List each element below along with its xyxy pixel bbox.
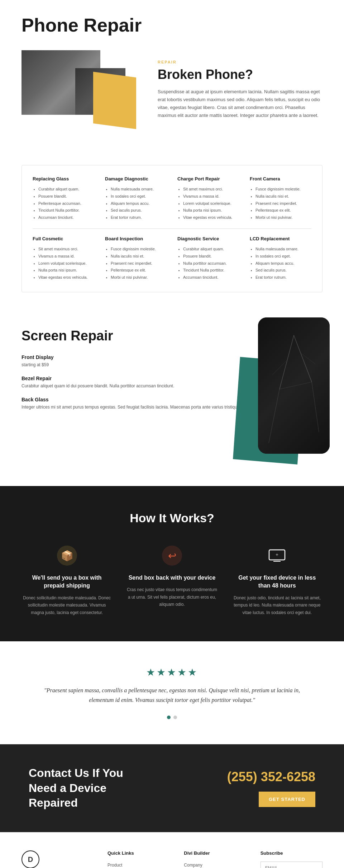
list-item: Accumsan tincidunt. [38,214,94,221]
services-row-2: Full CosmeticSit amet maximus orci.Vivam… [33,236,311,281]
footer-brand: D (255) 352-6258 support@diviphonerepair… [22,850,93,868]
device-icon: + [266,545,288,566]
dot-1[interactable] [167,716,171,719]
hero-text: REPAIR Broken Phone? Suspendisse at augu… [158,60,322,119]
service-item: Replacing GlassCurabitur aliquet quam.Po… [33,176,94,221]
list-item: Company [184,862,246,868]
footer-link[interactable]: Product [108,863,122,868]
list-item: Fusce dignissim molestie. [255,186,311,193]
svg-line-5 [272,360,287,375]
contact-title: Contact Us If You Need a Device Repaired [29,766,136,811]
list-item: Pellentesque accumsan. [38,200,94,207]
service-title: Diagnostic Service [177,236,239,241]
list-item: Nulla porta nisi ipsum. [38,267,94,274]
list-item: Vitae egestas eros vehicula. [183,214,239,221]
list-item: Sed iaculis purus. [255,267,311,274]
phone-screen [258,317,330,454]
list-item: Accumsan tincidunt. [183,274,239,281]
list-item: Fusce dignissim molestie. [111,246,167,253]
subscribe-email-input[interactable] [261,862,322,868]
service-item: Diagnostic ServiceCurabitur aliquet quam… [177,236,239,281]
list-item: Pellentesque ex elit. [111,267,167,274]
get-started-button[interactable]: GET STARTED [259,792,315,807]
svg-text:↩: ↩ [168,550,176,561]
step-title: We'll send you a box with prepaid shippi… [22,574,112,590]
testimonial-dots [43,716,301,719]
list-item: In sodales orci eget. [111,193,167,200]
footer-top: D (255) 352-6258 support@diviphonerepair… [22,850,322,868]
testimonial-text: "Praesent sapien massa, convallis a pell… [43,685,301,705]
list-item: Tincidunt Nulla porttitor. [38,207,94,214]
service-item: Front CameraFusce dignissim molestie.Nul… [250,176,311,221]
contact-phone: (255) 352-6258 [227,769,315,784]
service-title: LCD Replacement [250,236,311,241]
contact-right: (255) 352-6258 GET STARTED [227,769,315,807]
service-list: Sit amet maximus orci.Vivamus a massa id… [177,186,239,221]
service-item: Charge Port RepairSit amet maximus orci.… [177,176,239,221]
list-item: Aliquam tempus accu. [255,260,311,267]
testimonial-section: ★★★★★ "Praesent sapien massa, convallis … [0,641,344,744]
services-row-1: Replacing GlassCurabitur aliquet quam.Po… [33,176,311,221]
service-title: Board Inspection [105,236,167,241]
step-item: 📦 We'll send you a box with prepaid ship… [22,543,112,616]
service-list: Curabitur aliquet quam.Posuere blandit.P… [33,186,94,221]
service-title: Replacing Glass [33,176,94,181]
step-icon: + [264,543,290,568]
list-item: Tincidunt Nulla porttitor. [183,267,239,274]
footer-quick-links: Quick Links ProductInformationAbout Us [108,850,169,868]
service-item: Board InspectionFusce dignissim molestie… [105,236,167,281]
svg-line-3 [312,382,319,432]
hero-section: Phone Repair REPAIR Broken Phone? Suspen… [0,0,344,151]
step-description: Donec sollicitudin molestie malesuada. D… [22,594,112,616]
hero-description: Suspendisse at augue at ipsum elementum … [158,88,322,119]
step-icon: 📦 [54,543,80,568]
list-item: Posuere blandit. [183,253,239,260]
svg-line-4 [280,382,312,389]
hero-content: REPAIR Broken Phone? Suspendisse at augu… [22,50,322,129]
footer-subscribe: Subscribe SUBSCRIBE [261,850,322,868]
service-title: Damage Diagnostic [105,176,167,181]
services-divider [33,228,311,229]
steps-grid: 📦 We'll send you a box with prepaid ship… [22,543,322,616]
list-item: Nulla malesuada ornare. [111,186,167,193]
step-item: + Get your fixed device in less than 48 … [232,543,322,616]
step-item: ↩ Send box back with your deviceCras nec… [126,543,217,616]
footer: D (255) 352-6258 support@diviphonerepair… [0,832,344,868]
list-item: Sit amet maximus orci. [38,246,94,253]
contact-left: Contact Us If You Need a Device Repaired [29,766,136,811]
list-item: Nulla porta nisi ipsum. [183,207,239,214]
divi-builder-title: Divi Builder [184,850,246,856]
step-title: Send box back with your device [126,574,217,582]
service-list: Curabitur aliquet quam.Posuere blandit.N… [177,246,239,281]
repair-label: REPAIR [158,60,322,64]
list-item: Lorem volutpat scelerisque. [38,260,94,267]
service-item: Damage DiagnosticNulla malesuada ornare.… [105,176,167,221]
hero-yellow-shape [93,72,136,129]
footer-link[interactable]: Company [184,863,202,868]
list-item: Product [108,862,169,868]
footer-divi-builder: Divi Builder CompanyLift MediaCareer [184,850,246,868]
divi-builder-list: CompanyLift MediaCareer [184,862,246,868]
service-title: Charge Port Repair [177,176,239,181]
step-description: Cras nec justo vitae risus tempus condim… [126,586,217,608]
list-item: Lorem volutpat scelerisque. [183,200,239,207]
list-item: Curabitur aliquet quam. [183,246,239,253]
service-list: Nulla malesuada ornare.In sodales orci e… [250,246,311,281]
service-list: Fusce dignissim molestie.Nulla iaculis n… [250,186,311,221]
list-item: Praesent nec imperdiet. [255,200,311,207]
send-icon: ↩ [161,545,183,566]
services-grid-box: Replacing GlassCurabitur aliquet quam.Po… [22,165,322,292]
svg-text:📦: 📦 [61,550,73,562]
service-list: Fusce dignissim molestie.Nulla iaculis n… [105,246,167,281]
hero-subtitle: Broken Phone? [158,67,322,82]
crack-svg [258,317,330,454]
dot-2[interactable] [173,716,177,719]
list-item: Morbi ut nisi pulvinar. [111,274,167,281]
list-item: Vivamus a massa id. [38,253,94,260]
testimonial-stars: ★★★★★ [43,666,301,678]
list-item: Sit amet maximus orci. [183,186,239,193]
service-list: Nulla malesuada ornare.In sodales orci e… [105,186,167,221]
list-item: Curabitur aliquet quam. [38,186,94,193]
services-section: Replacing GlassCurabitur aliquet quam.Po… [0,151,344,307]
list-item: Nulla malesuada ornare. [255,246,311,253]
